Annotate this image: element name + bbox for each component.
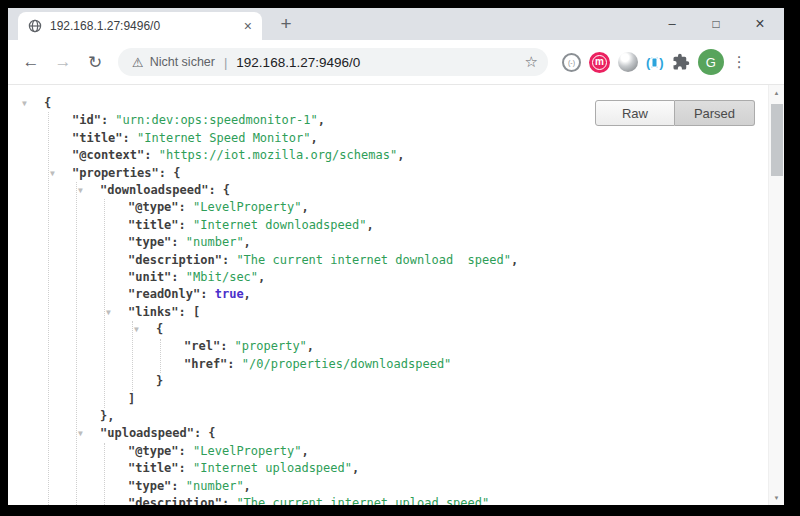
json-token: "number" [186, 479, 244, 493]
json-token: : [179, 200, 193, 214]
parsed-button[interactable]: Parsed [675, 100, 755, 126]
sphere-extension-icon[interactable] [618, 52, 638, 72]
reload-button[interactable]: ↻ [80, 47, 110, 77]
json-token: "unit" [128, 270, 171, 284]
json-token: : [222, 496, 236, 505]
json-token: "The current internet download speed" [236, 253, 511, 267]
json-token: { [156, 322, 163, 336]
profile-avatar[interactable]: G [698, 49, 724, 75]
window-controls: – □ × [650, 8, 782, 39]
json-token: , [352, 461, 359, 475]
json-token: , [244, 479, 251, 493]
json-token: , [244, 287, 251, 301]
json-token: true [215, 287, 244, 301]
json-line: "@context": "https://iot.mozilla.org/sch… [8, 147, 768, 164]
collapse-triangle-icon[interactable]: ▼ [106, 304, 111, 321]
json-token: : [171, 235, 185, 249]
pink-m-letter: m [592, 55, 607, 70]
json-token: "Internet downloadspeed" [193, 218, 366, 232]
security-label[interactable]: Nicht sicher [150, 55, 215, 69]
json-token: , [307, 339, 314, 353]
json-token: "href" [184, 357, 227, 371]
json-token: "https://iot.mozilla.org/schemas" [159, 148, 397, 162]
jsonview-extension-icon[interactable]: (-) [562, 53, 581, 72]
json-token: , [397, 148, 404, 162]
extensions-puzzle-icon[interactable] [672, 53, 690, 71]
json-line: "rel": "property", [8, 338, 768, 355]
json-line: ▼{ [8, 321, 768, 338]
collapse-triangle-icon[interactable]: ▼ [78, 182, 83, 199]
json-token: : { [159, 166, 181, 180]
vertical-scrollbar[interactable]: ▲ ▼ [768, 85, 784, 505]
collapse-triangle-icon[interactable]: ▼ [50, 165, 55, 182]
json-token: "number" [186, 235, 244, 249]
blue-formatter-extension-icon[interactable]: ( ) [646, 55, 664, 70]
collapse-triangle-icon[interactable]: ▼ [134, 321, 139, 338]
json-token: : [179, 461, 193, 475]
json-token: "Mbit/sec" [186, 270, 258, 284]
json-token: "uploadspeed" [100, 426, 194, 440]
bookmark-star-icon[interactable]: ☆ [525, 53, 538, 71]
pink-m-extension-icon[interactable]: m [589, 52, 610, 73]
json-line: ▼"uploadspeed": { [8, 425, 768, 442]
omnibox-separator: | [224, 55, 227, 70]
back-button[interactable]: ← [16, 47, 46, 77]
json-token: "title" [72, 131, 123, 145]
scroll-up-arrow-icon[interactable]: ▲ [769, 85, 784, 100]
browser-toolbar: ← → ↻ ⚠ Nicht sicher | 192.168.1.27:9496… [8, 40, 784, 85]
json-token: : { [208, 183, 230, 197]
raw-button[interactable]: Raw [595, 100, 675, 126]
collapse-triangle-icon[interactable]: ▼ [22, 95, 27, 112]
forward-button[interactable]: → [48, 47, 78, 77]
close-button[interactable]: × [738, 8, 782, 39]
collapse-triangle-icon[interactable]: ▼ [78, 425, 83, 442]
json-token: "type" [128, 479, 171, 493]
url-text[interactable]: 192.168.1.27:9496/0 [236, 55, 360, 70]
json-token: "Internet uploadspeed" [193, 461, 352, 475]
chrome-menu-icon[interactable]: ⋮ [732, 53, 746, 71]
json-token: "readOnly" [128, 287, 200, 301]
minimize-button[interactable]: – [650, 8, 694, 39]
json-line: "type": "number", [8, 234, 768, 251]
browser-tab[interactable]: 192.168.1.27:9496/0 × [18, 12, 262, 40]
maximize-button[interactable]: □ [694, 8, 738, 39]
scrollbar-thumb[interactable] [771, 104, 783, 176]
json-line: }, [8, 408, 768, 425]
json-token: , [258, 270, 265, 284]
json-line: } [8, 373, 768, 390]
raw-parsed-toggle: Raw Parsed [595, 100, 755, 126]
json-token: "description" [128, 253, 222, 267]
json-token: , [310, 131, 317, 145]
json-token: , [301, 200, 308, 214]
json-token: : [227, 357, 241, 371]
scroll-down-arrow-icon[interactable]: ▼ [769, 490, 784, 505]
json-token: "LevelProperty" [193, 200, 301, 214]
json-token: "@type" [128, 444, 179, 458]
json-token: "urn:dev:ops:speedmonitor-1" [115, 113, 317, 127]
tab-title: 192.168.1.27:9496/0 [50, 19, 236, 33]
not-secure-warning-icon[interactable]: ⚠ [132, 55, 144, 70]
json-token: : [200, 287, 214, 301]
json-line: ▼"properties": { [8, 165, 768, 182]
tab-close-icon[interactable]: × [244, 19, 252, 33]
json-token: "description" [128, 496, 222, 505]
json-token: "LevelProperty" [193, 444, 301, 458]
json-token: "title" [128, 218, 179, 232]
indent-guide [160, 339, 161, 374]
indent-guide [104, 199, 105, 408]
json-token: } [156, 374, 163, 388]
paren-right: ) [659, 55, 663, 70]
address-bar[interactable]: ⚠ Nicht sicher | 192.168.1.27:9496/0 ☆ [118, 48, 548, 76]
json-token: , [318, 113, 325, 127]
globe-favicon-icon [28, 19, 42, 33]
json-token: "@context" [72, 148, 144, 162]
new-tab-button[interactable]: + [272, 10, 300, 38]
json-token: : [144, 148, 158, 162]
blue-slot-shape [651, 57, 658, 68]
json-token: "The current internet upload speed" [236, 496, 489, 505]
json-token: : [171, 270, 185, 284]
json-line: "unit": "Mbit/sec", [8, 269, 768, 286]
json-line: "description": "The current internet dow… [8, 252, 768, 269]
json-line: "@type": "LevelProperty", [8, 443, 768, 460]
json-line: ] [8, 391, 768, 408]
